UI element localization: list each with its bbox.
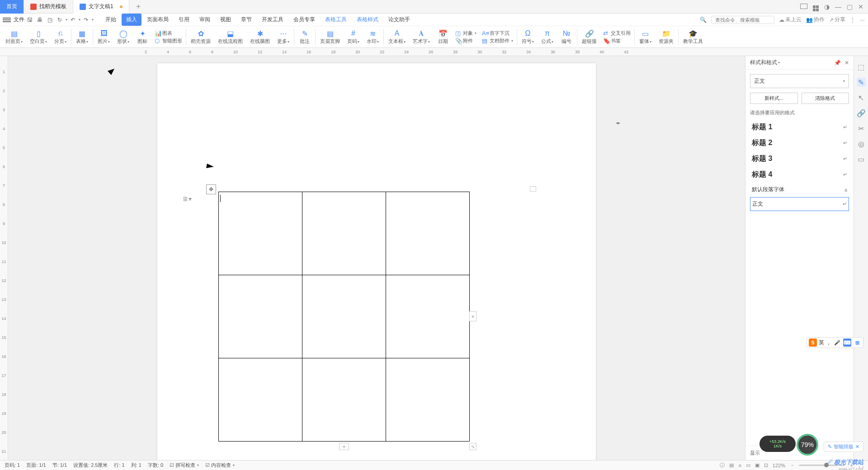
shape-button[interactable]: ◯形状▾ <box>113 28 133 46</box>
date-button[interactable]: 📅日期 <box>434 28 453 46</box>
wordart-button[interactable]: 𝐀艺术字▾ <box>409 28 434 46</box>
print-preview-icon[interactable]: ◳ <box>45 15 54 24</box>
ime-keyboard-icon[interactable]: ⌨ <box>843 338 851 347</box>
chart-button[interactable]: 📊图表 <box>155 30 182 37</box>
status-section[interactable]: 节: 1/1 <box>52 462 67 469</box>
hamburger-icon[interactable] <box>3 18 11 22</box>
style-heading3[interactable]: 标题 3↵ <box>750 151 849 166</box>
network-monitor[interactable]: +53.2K/s1K/s <box>760 436 796 452</box>
clear-format-button[interactable]: 清除格式 <box>802 93 849 104</box>
style-heading1[interactable]: 标题 1↵ <box>750 120 849 135</box>
new-style-button[interactable]: 新样式... <box>750 93 798 104</box>
tab-layout[interactable]: 页面布局 <box>142 14 173 26</box>
status-contentcheck[interactable]: ☑ 内容检查 ▾ <box>205 462 235 469</box>
flowchart-button[interactable]: ⬓在线流程图 <box>214 28 246 46</box>
status-info-icon[interactable]: ⓘ <box>720 462 725 469</box>
zoom-label[interactable]: 122% <box>773 463 785 468</box>
fit-width-icon[interactable]: ⊡ <box>764 462 768 468</box>
tab-thesis[interactable]: 论文助手 <box>384 14 415 26</box>
refresh-icon[interactable]: ↻ <box>55 15 64 24</box>
form-button[interactable]: ▭窗体▾ <box>636 28 655 46</box>
document-area[interactable]: ◂▸ 🗎▾ ✥ ＋ ＋ ⤡ <box>8 56 745 460</box>
ime-lang[interactable]: 英 <box>819 339 824 347</box>
table-move-handle[interactable]: ✥ <box>206 184 216 194</box>
apps-grid-icon[interactable] <box>813 2 819 11</box>
new-tab-button[interactable]: ＋ <box>129 2 147 11</box>
tab-home[interactable]: 首页 <box>0 0 24 14</box>
tab-table-style[interactable]: 表格样式 <box>352 14 383 26</box>
status-col[interactable]: 列: 1 <box>131 462 142 469</box>
pin-icon[interactable]: 📌 <box>834 60 841 66</box>
ime-settings-icon[interactable]: ⊞ <box>853 338 861 347</box>
tab-table-tools[interactable]: 表格工具 <box>321 14 351 26</box>
close-button[interactable]: ✕ <box>858 3 863 10</box>
save-icon[interactable]: 🖫 <box>25 15 34 24</box>
view-page-icon[interactable]: ▤ <box>729 462 734 468</box>
tab-document[interactable]: 文字文稿1 <box>73 0 129 14</box>
add-row-button[interactable]: ＋ <box>339 443 349 450</box>
tab-template[interactable]: 找稻壳模板 <box>24 0 73 14</box>
redo-icon[interactable]: ↷ <box>81 15 90 24</box>
tab-start[interactable]: 开始 <box>101 14 121 26</box>
cover-button[interactable]: ▤封面页▾ <box>2 28 26 46</box>
tab-reference[interactable]: 引用 <box>174 14 194 26</box>
current-style-select[interactable]: 正文▾ <box>750 74 849 88</box>
panel-close-icon[interactable]: ✕ <box>844 60 849 66</box>
performance-gauge[interactable]: 79% <box>797 434 818 456</box>
maximize-button[interactable]: ▢ <box>847 3 853 10</box>
tab-devtools[interactable]: 开发工具 <box>257 14 288 26</box>
bookmark-button[interactable]: 🔖书签 <box>603 38 631 44</box>
comment-button[interactable]: ✎批注 <box>295 28 314 46</box>
smartart-button[interactable]: ⬡智能图形 <box>155 38 182 44</box>
tab-review[interactable]: 审阅 <box>195 14 215 26</box>
ime-mic-icon[interactable]: 🎤 <box>833 338 841 347</box>
table-resize-handle[interactable]: ⤡ <box>469 443 476 450</box>
tab-view[interactable]: 视图 <box>216 14 236 26</box>
view-web-icon[interactable]: ▭ <box>746 462 750 468</box>
page-number-button[interactable]: #页码▾ <box>344 28 363 46</box>
image-button[interactable]: 🖼图片▾ <box>94 28 113 46</box>
vertical-ruler[interactable]: 1234567891011121314151617181920212223242… <box>0 56 8 460</box>
status-words[interactable]: 字数: 0 <box>148 462 163 469</box>
coop-button[interactable]: 👥 协作 <box>806 16 825 24</box>
docker-resource-button[interactable]: ✿稻壳资源 <box>187 28 214 46</box>
object-button[interactable]: ◫对象▾ <box>455 30 476 37</box>
resource-button[interactable]: 📁资源夹 <box>655 28 677 46</box>
side-link-icon[interactable]: 🔗 <box>857 108 866 118</box>
table-button[interactable]: ▦表格▾ <box>72 28 92 46</box>
more-button[interactable]: ⋯更多▾ <box>274 28 293 46</box>
share-button[interactable]: ↗ 分享 <box>829 16 845 24</box>
style-default-font[interactable]: 默认段落字体a <box>750 183 849 196</box>
hyperlink-button[interactable]: 🔗超链接 <box>578 28 600 46</box>
side-book-icon[interactable]: ▭ <box>857 155 866 164</box>
formula-button[interactable]: π公式▾ <box>538 28 557 46</box>
status-line[interactable]: 行: 1 <box>114 462 124 469</box>
teaching-button[interactable]: 🎓教学工具 <box>679 28 707 46</box>
number-button[interactable]: №编号 <box>557 28 576 46</box>
minimize-button[interactable]: — <box>835 3 841 10</box>
smart-layout-button[interactable]: ✎ 智能排版 ✕ <box>824 442 863 452</box>
collapse-panel-icon[interactable]: ◂▸ <box>616 120 621 127</box>
side-loc-icon[interactable]: ◎ <box>857 139 866 148</box>
side-cursor-icon[interactable]: ↖ <box>857 93 866 102</box>
header-footer-button[interactable]: ▤页眉页脚 <box>316 28 344 46</box>
skin-icon[interactable]: ◑ <box>824 3 830 10</box>
tab-member[interactable]: 会员专享 <box>289 14 320 26</box>
status-pages[interactable]: 页面: 1/1 <box>26 462 46 469</box>
add-column-button[interactable]: ＋ <box>469 311 476 321</box>
print-icon[interactable]: 🖶 <box>35 15 44 24</box>
docpart-button[interactable]: ▤文档部件▾ <box>482 38 513 44</box>
style-heading4[interactable]: 标题 4↵ <box>750 167 849 182</box>
command-search-input[interactable] <box>711 16 774 24</box>
page-break-button[interactable]: ⎌分页▾ <box>51 28 70 46</box>
tab-insert[interactable]: 插入 <box>122 14 142 26</box>
side-select-icon[interactable]: ⬚ <box>857 62 866 71</box>
file-menu[interactable]: 文件 <box>14 16 24 24</box>
status-spellcheck[interactable]: ☑ 拼写检查 ▾ <box>170 462 199 469</box>
view-outline-icon[interactable]: ≡ <box>738 463 741 468</box>
horizontal-ruler[interactable]: 24681012141618202224262830323436384042 <box>0 48 868 56</box>
side-clip-icon[interactable]: ✂ <box>857 124 866 133</box>
status-pos[interactable]: 设置值: 2.5厘米 <box>73 462 108 469</box>
status-page[interactable]: 页码: 1 <box>5 462 20 469</box>
layout-icon[interactable] <box>800 3 807 10</box>
